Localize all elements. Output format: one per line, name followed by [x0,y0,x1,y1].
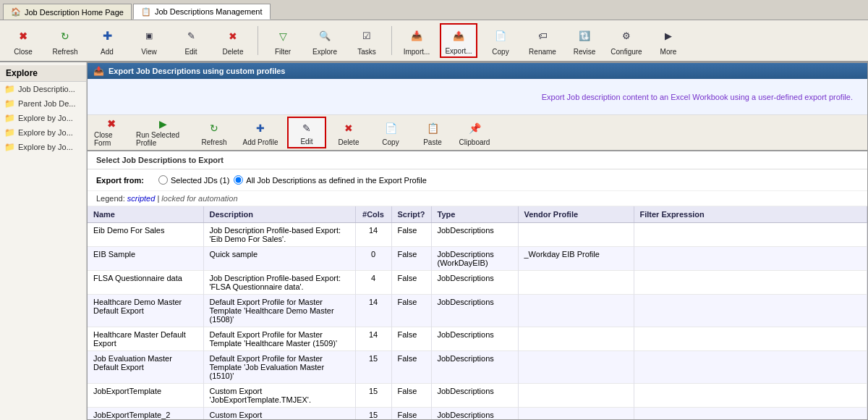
dialog-add-profile-button[interactable]: ✚ Add Profile [237,117,284,148]
explore-icon: 🔍 [315,26,335,46]
table-container[interactable]: Name Description #Cols Script? Type Vend… [88,206,867,419]
sidebar-item-4[interactable]: 📁 Explore by Jo... [0,140,86,154]
radio-all-jds-label[interactable]: All Job Descriptions as defined in the E… [246,176,426,185]
cell-name-2: FLSA Questionnaire data [88,271,203,295]
folder-icon-4: 📁 [4,142,15,152]
dialog-description-text: Export Job description content to an Exc… [542,93,853,101]
table-row[interactable]: Eib Demo For Sales Job Description Profi… [88,223,867,247]
copy-button[interactable]: 📄 Copy [482,23,519,58]
tab-bar: 🏠 Job Description Home Page 📋 Job Descri… [0,0,868,20]
cell-type-6: JobDescriptions [431,384,518,408]
configure-label: Configure [610,48,642,56]
table-row[interactable]: Job Evaluation Master Default Export Def… [88,351,867,384]
col-header-name: Name [88,206,203,223]
close-label: Close [14,48,33,56]
table-row[interactable]: JobExportTemplate Custom Export 'JobExpo… [88,384,867,408]
delete-icon: ✖ [223,26,243,46]
table-header-row: Name Description #Cols Script? Type Vend… [88,206,867,223]
dialog-clipboard-label: Clipboard [459,138,490,146]
dialog-paste-button[interactable]: 📋 Paste [413,117,452,148]
cell-filter-2 [634,271,867,295]
legend-row: Legend: scripted | locked for automation [88,191,867,206]
delete-button[interactable]: ✖ Delete [214,23,252,58]
view-label: View [141,48,157,56]
radio-selected-jds-label[interactable]: Selected JDs (1) [171,176,229,185]
cell-cols-5: 15 [355,351,391,384]
table-row[interactable]: Healthcare Master Default Export Default… [88,327,867,351]
more-icon: ▶ [658,26,678,46]
refresh-label: Refresh [52,48,77,56]
cell-vendor-5 [518,351,634,384]
dialog-edit-button[interactable]: ✎ Edit [287,117,326,148]
sidebar-item-1[interactable]: 📁 Parent Job De... [0,96,86,111]
cell-desc-0: Job Description Profile-based Export: 'E… [203,223,355,247]
radio-group: Selected JDs (1) All Job Descriptions as… [158,175,427,185]
refresh-icon: ↻ [55,26,75,46]
cell-script-3: False [391,295,431,327]
copy-icon: 📄 [490,26,511,46]
tasks-button[interactable]: ☑ Tasks [348,23,386,58]
sidebar-item-0[interactable]: 📁 Job Descriptio... [0,82,86,96]
cell-desc-3: Default Export Profile for Master Templa… [203,295,355,327]
table-row[interactable]: JobExportTemplate_2 Custom Export 'JobEx… [88,408,867,420]
tab-job-description-home[interactable]: 🏠 Job Description Home Page [3,4,132,20]
dialog-run-selected-button[interactable]: ▶ Run Selected Profile [134,117,192,148]
import-icon: 📥 [407,26,427,46]
import-label: Import... [404,48,430,56]
dialog-close-form-button[interactable]: ✖ Close Form [92,117,131,148]
dialog-edit-label: Edit [300,138,312,146]
folder-icon-0: 📁 [4,84,15,94]
dialog-copy-button[interactable]: 📄 Copy [371,117,410,148]
dialog-copy-label: Copy [382,138,399,146]
radio-all-jds-input[interactable] [234,175,243,185]
cell-name-7: JobExportTemplate_2 [88,408,203,420]
edit-button[interactable]: ✎ Edit [172,23,210,58]
close-button[interactable]: ✖ Close [4,23,42,58]
add-button[interactable]: ✚ Add [88,23,126,58]
cell-vendor-6 [518,384,634,408]
dialog-clipboard-icon: 📌 [466,119,483,137]
sidebar-item-3[interactable]: 📁 Explore by Jo... [0,125,86,140]
explore-button[interactable]: 🔍 Explore [306,23,344,58]
export-icon: 📤 [448,26,469,46]
export-button[interactable]: 📤 Export... [440,23,477,58]
export-from-row: Export from: Selected JDs (1) All Job De… [88,169,867,191]
sidebar-title: Explore [0,65,86,82]
cell-name-0: Eib Demo For Sales [88,223,203,247]
tab-job-descriptions-management[interactable]: 📋 Job Descriptions Management [133,4,271,20]
radio-selected-jds-input[interactable] [158,175,168,185]
col-header-script: Script? [391,206,431,223]
table-row[interactable]: EIB Sample Quick sample 0 False JobDescr… [88,247,867,271]
dialog-close-form-label: Close Form [94,131,129,147]
revise-button[interactable]: 🔃 Revise [566,23,603,58]
dialog-clipboard-button[interactable]: 📌 Clipboard [455,117,494,148]
radio-all-jds[interactable]: All Job Descriptions as defined in the E… [234,175,426,185]
cell-vendor-4 [518,327,634,351]
rename-button[interactable]: 🏷 Rename [524,23,561,58]
filter-button[interactable]: ▽ Filter [264,23,302,58]
cell-vendor-1: _Workday EIB Profile [518,247,634,271]
toolbar-separator-1 [258,26,258,55]
add-icon: ✚ [97,26,117,46]
more-button[interactable]: ▶ More [650,23,687,58]
sidebar-item-2[interactable]: 📁 Explore by Jo... [0,111,86,125]
sidebar: Explore 📁 Job Descriptio... 📁 Parent Job… [0,62,87,420]
col-header-filter: Filter Expression [634,206,867,223]
dialog-run-selected-label: Run Selected Profile [136,131,190,147]
view-button[interactable]: ▣ View [130,23,168,58]
dialog-refresh-button[interactable]: ↻ Refresh [195,117,234,148]
dialog-delete-button[interactable]: ✖ Delete [329,117,368,148]
refresh-button[interactable]: ↻ Refresh [46,23,84,58]
configure-button[interactable]: ⚙ Configure [608,23,645,58]
table-row[interactable]: Healthcare Demo Master Default Export De… [88,295,867,327]
table-row[interactable]: FLSA Questionnaire data Job Description … [88,271,867,295]
radio-selected-jds[interactable]: Selected JDs (1) [158,175,229,185]
cell-name-5: Job Evaluation Master Default Export [88,351,203,384]
dialog-toolbar: ✖ Close Form ▶ Run Selected Profile ↻ Re… [88,115,867,151]
import-button[interactable]: 📥 Import... [398,23,435,58]
cell-desc-7: Custom Export 'JobExportTemplate_2.TMJEX… [203,408,355,420]
dialog-paste-label: Paste [423,138,442,146]
cell-cols-1: 0 [355,247,391,271]
export-from-label: Export from: [96,176,144,185]
cell-script-5: False [391,351,431,384]
